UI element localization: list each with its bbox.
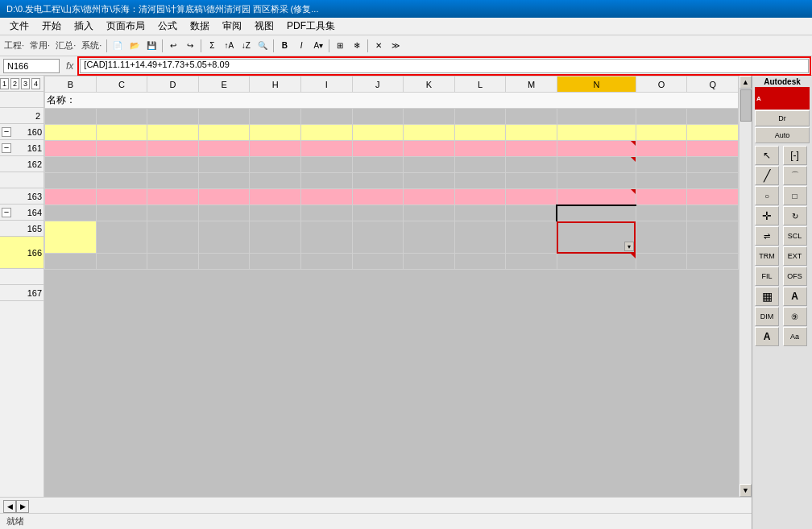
cell-I160[interactable]: [300, 125, 352, 141]
cell-O160[interactable]: [636, 125, 687, 141]
cell-H164[interactable]: [250, 189, 301, 205]
cell-H165[interactable]: [250, 205, 301, 221]
cell-L2[interactable]: [454, 109, 506, 125]
cell-M166[interactable]: [506, 221, 557, 254]
auto-btn[interactable]: Auto: [755, 127, 810, 143]
cell-O164[interactable]: [636, 189, 687, 205]
cell-J167[interactable]: [352, 254, 404, 270]
cell-J161[interactable]: [352, 141, 404, 157]
cell-C162[interactable]: [96, 157, 147, 173]
menu-review[interactable]: 审阅: [216, 18, 248, 35]
cell-Q162[interactable]: [687, 157, 739, 173]
sheet-nav-next[interactable]: ▶: [16, 500, 29, 513]
cell-M2[interactable]: [506, 109, 557, 125]
cell-K161[interactable]: [404, 141, 455, 157]
cell-N165-top[interactable]: [557, 205, 636, 221]
sum-button[interactable]: Σ: [204, 38, 220, 54]
col-L[interactable]: L: [454, 76, 506, 93]
cell-E161[interactable]: [198, 141, 250, 157]
vertical-scrollbar[interactable]: ▲ ▼: [739, 76, 752, 497]
tool-line[interactable]: ╱: [755, 166, 779, 185]
italic-button[interactable]: I: [293, 38, 309, 54]
dr-btn[interactable]: Dr: [755, 110, 810, 126]
cell-D165[interactable]: [147, 205, 199, 221]
cell-J160[interactable]: [352, 125, 404, 141]
cell-M161[interactable]: [506, 141, 557, 157]
tool-text[interactable]: A: [783, 287, 807, 306]
cell-M160[interactable]: [506, 125, 557, 141]
toolbar-label-1[interactable]: 常用·: [27, 39, 52, 52]
collapse-161[interactable]: −: [2, 143, 11, 153]
cell-M165[interactable]: [506, 205, 557, 221]
undo-button[interactable]: ↩: [165, 38, 181, 54]
sort-desc-button[interactable]: ↓Z: [238, 38, 254, 54]
cell-B166[interactable]: [45, 221, 97, 254]
col-D[interactable]: D: [147, 76, 199, 93]
level-btn-1[interactable]: 1: [0, 78, 9, 89]
cell-L164[interactable]: [454, 189, 506, 205]
cell-E167[interactable]: [198, 254, 250, 270]
col-I[interactable]: I: [300, 76, 352, 93]
tool-extend[interactable]: EXT: [783, 246, 807, 266]
cell-N160[interactable]: [557, 125, 636, 141]
col-O[interactable]: O: [636, 76, 687, 93]
cell-C166[interactable]: [96, 221, 147, 254]
col-J[interactable]: J: [352, 76, 404, 93]
cell-O2[interactable]: [636, 109, 687, 125]
tool-select[interactable]: ↖: [755, 146, 779, 165]
cell-E160[interactable]: [198, 125, 250, 141]
cell-I161[interactable]: [300, 141, 352, 157]
cell-J2[interactable]: [352, 109, 404, 125]
cell-H163[interactable]: [250, 173, 301, 189]
cell-J162[interactable]: [352, 157, 404, 173]
cell-H161[interactable]: [250, 141, 301, 157]
tool-rectangle[interactable]: □: [783, 186, 807, 205]
cell-N166-active[interactable]: ▾: [557, 221, 636, 254]
cell-B2[interactable]: [45, 109, 97, 125]
cell-Q161[interactable]: [687, 141, 739, 157]
tool-text2[interactable]: A: [755, 327, 779, 346]
cell-Q164[interactable]: [687, 189, 739, 205]
cell-E162[interactable]: [198, 157, 250, 173]
cell-E165[interactable]: [198, 205, 250, 221]
cell-L160[interactable]: [454, 125, 506, 141]
cell-C164[interactable]: [96, 189, 147, 205]
close-btn[interactable]: ✕: [371, 38, 387, 54]
tool-fillet[interactable]: FIL: [755, 267, 779, 286]
cell-E163[interactable]: [198, 173, 250, 189]
open-button[interactable]: 📂: [126, 38, 143, 54]
cell-N162[interactable]: [557, 157, 636, 173]
tool-mirror[interactable]: ⇌: [755, 226, 779, 246]
cell-H2[interactable]: [250, 109, 301, 125]
tool-zoom[interactable]: [-]: [783, 146, 807, 165]
cell-M162[interactable]: [506, 157, 557, 173]
bold-button[interactable]: B: [276, 38, 292, 54]
cell-N167[interactable]: [557, 254, 636, 270]
dropdown-arrow[interactable]: ▾: [624, 242, 634, 251]
cell-L163[interactable]: [454, 173, 506, 189]
cell-B160[interactable]: [45, 125, 97, 141]
cell-D163[interactable]: [147, 173, 199, 189]
merge-button[interactable]: ⊞: [332, 38, 348, 54]
cell-D166[interactable]: [147, 221, 199, 254]
formula-input[interactable]: [CAD]11.11+14.49+17.73+5.05+8.09: [80, 59, 809, 73]
scroll-thumb[interactable]: [740, 89, 752, 122]
tool-arc[interactable]: ⌒: [783, 166, 807, 185]
tool-rotate[interactable]: ↻: [783, 206, 807, 225]
menu-file[interactable]: 文件: [3, 18, 35, 35]
cell-I162[interactable]: [300, 157, 352, 173]
toolbar-label-2[interactable]: 汇总·: [53, 39, 78, 52]
cell-C165[interactable]: [96, 205, 147, 221]
col-E[interactable]: E: [198, 76, 250, 93]
cell-H166[interactable]: [250, 221, 301, 254]
cell-D161[interactable]: [147, 141, 199, 157]
tool-scale[interactable]: SCL: [783, 226, 807, 246]
cell-B165[interactable]: [45, 205, 97, 221]
cell-D2[interactable]: [147, 109, 199, 125]
cell-H160[interactable]: [250, 125, 301, 141]
level-btn-2[interactable]: 2: [10, 78, 19, 89]
cell-L161[interactable]: [454, 141, 506, 157]
tool-move[interactable]: ✛: [755, 206, 779, 225]
cell-N164[interactable]: [557, 189, 636, 205]
menu-view[interactable]: 视图: [248, 18, 280, 35]
